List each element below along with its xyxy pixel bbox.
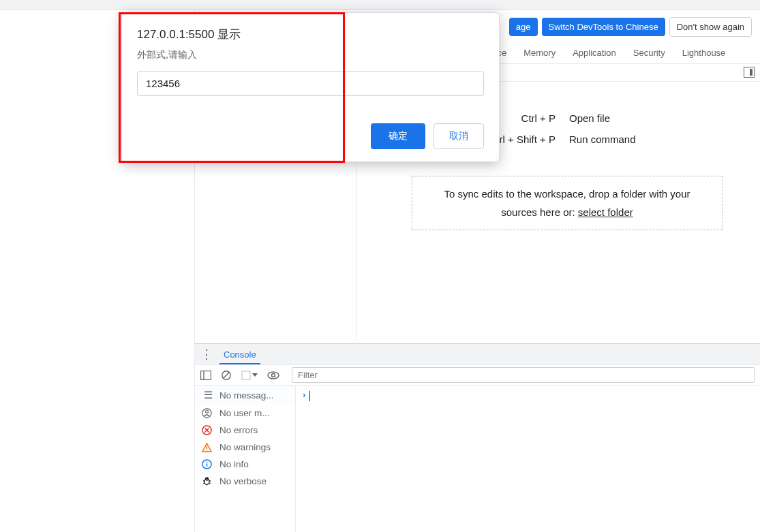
devtools-language-banner: age Switch DevTools to Chinese Don't sho… xyxy=(509,17,752,37)
svg-point-8 xyxy=(206,411,209,413)
dialog-title: 127.0.0.1:5500 显示 xyxy=(137,27,484,42)
filter-verbose[interactable]: No verbose xyxy=(195,473,295,490)
svg-rect-4 xyxy=(242,371,250,379)
browser-chrome-strip xyxy=(0,0,760,10)
filter-errors[interactable]: No errors xyxy=(195,422,295,439)
context-dropdown-icon[interactable] xyxy=(241,371,258,380)
shortcut-label: Open file xyxy=(569,112,610,124)
workspace-dropzone[interactable]: To sync edits to the workspace, drop a f… xyxy=(412,176,723,230)
select-folder-link[interactable]: select folder xyxy=(578,206,633,218)
dialog-message: 外部式,请输入 xyxy=(137,49,484,61)
console-body: ☰ No messag... No user m... No errors No… xyxy=(195,386,760,532)
filter-label: No info xyxy=(219,459,249,469)
console-filter-input[interactable] xyxy=(292,367,755,383)
filter-label: No verbose xyxy=(219,476,267,486)
svg-line-22 xyxy=(209,483,211,484)
filter-info[interactable]: No info xyxy=(195,456,295,473)
prompt-chevron-icon: › xyxy=(303,390,305,400)
console-drawer-header: ⋮ Console xyxy=(195,343,760,365)
filter-label: No errors xyxy=(219,425,258,435)
dropzone-text: To sync edits to the workspace, drop a f… xyxy=(444,188,690,218)
filter-warnings[interactable]: No warnings xyxy=(195,439,295,456)
console-filter-sidebar: ☰ No messag... No user m... No errors No… xyxy=(195,386,296,532)
clear-console-icon[interactable] xyxy=(221,370,232,381)
filter-label: No user m... xyxy=(219,408,270,418)
switch-devtools-chinese-button[interactable]: Switch DevTools to Chinese xyxy=(542,18,665,36)
tab-memory[interactable]: Memory xyxy=(523,48,556,58)
text-cursor xyxy=(309,391,310,401)
filter-label: No messag... xyxy=(219,390,274,401)
toggle-sidebar-icon[interactable] xyxy=(200,371,211,380)
svg-point-15 xyxy=(207,462,208,463)
shortcut-label: Run command xyxy=(569,134,636,145)
live-expression-icon[interactable] xyxy=(267,371,279,379)
bug-icon xyxy=(202,476,214,486)
dont-show-again-button[interactable]: Don't show again xyxy=(669,17,752,37)
console-input[interactable]: › xyxy=(296,386,760,532)
svg-point-5 xyxy=(268,372,279,379)
filter-user-messages[interactable]: No user m... xyxy=(195,405,295,422)
list-icon: ☰ xyxy=(202,389,214,401)
toggle-panel-icon[interactable] xyxy=(744,67,755,78)
info-icon xyxy=(202,459,214,469)
dialog-cancel-button[interactable]: 取消 xyxy=(434,123,484,149)
warning-icon xyxy=(202,443,214,452)
filter-messages[interactable]: ☰ No messag... xyxy=(195,386,295,405)
js-prompt-dialog: 127.0.0.1:5500 显示 外部式,请输入 确定 取消 xyxy=(121,12,500,162)
tab-console[interactable]: Console xyxy=(219,345,260,364)
change-language-button[interactable]: age xyxy=(509,18,538,36)
svg-line-3 xyxy=(224,372,229,377)
devtools-tabs: ance Memory Application Security Lightho… xyxy=(487,42,760,64)
dialog-prompt-input[interactable] xyxy=(137,71,484,96)
svg-point-13 xyxy=(207,450,208,451)
dialog-button-row: 确定 取消 xyxy=(137,123,484,149)
kebab-menu-icon[interactable]: ⋮ xyxy=(200,347,213,362)
svg-point-6 xyxy=(272,373,275,377)
tab-security[interactable]: Security xyxy=(633,48,665,58)
tab-lighthouse[interactable]: Lighthouse xyxy=(682,48,726,58)
dialog-ok-button[interactable]: 确定 xyxy=(371,123,425,149)
svg-line-21 xyxy=(203,483,205,484)
error-icon xyxy=(202,425,214,435)
svg-rect-0 xyxy=(201,371,211,379)
tab-application[interactable]: Application xyxy=(573,48,616,58)
user-icon xyxy=(202,408,214,418)
console-toolbar xyxy=(195,365,760,386)
filter-label: No warnings xyxy=(219,442,271,452)
